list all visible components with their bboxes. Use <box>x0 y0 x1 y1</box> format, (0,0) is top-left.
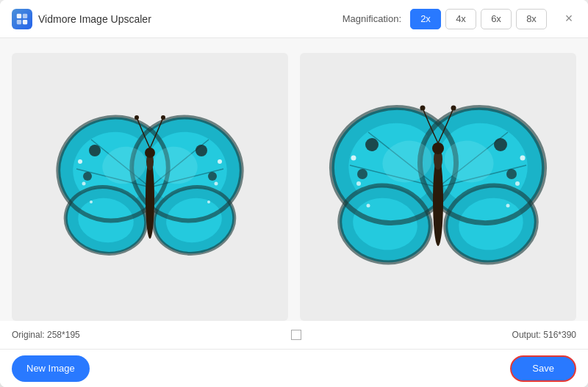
svg-point-58 <box>520 155 526 160</box>
content-area <box>0 38 588 321</box>
save-button[interactable]: Save <box>510 355 576 382</box>
magnification-label: Magnification: <box>343 13 401 24</box>
svg-point-21 <box>196 145 207 156</box>
svg-point-28 <box>90 200 93 203</box>
svg-point-54 <box>494 138 507 151</box>
svg-point-62 <box>506 203 510 207</box>
svg-point-27 <box>215 181 218 185</box>
titlebar: Vidmore Image Upscaler Magnification: 2x… <box>0 0 588 38</box>
svg-point-57 <box>351 155 356 160</box>
output-butterfly <box>300 53 576 321</box>
svg-point-25 <box>218 159 222 164</box>
svg-point-67 <box>451 105 456 110</box>
mag-8x-button[interactable]: 8x <box>516 9 547 29</box>
svg-rect-1 <box>23 13 27 18</box>
app-title: Vidmore Image Upscaler <box>38 13 151 25</box>
svg-point-34 <box>161 115 165 120</box>
info-center <box>80 330 512 340</box>
svg-point-55 <box>357 169 368 179</box>
mag-4x-button[interactable]: 4x <box>445 9 476 29</box>
svg-point-20 <box>89 145 101 156</box>
magnification-buttons: 2x 4x 6x 8x <box>410 9 547 29</box>
svg-point-61 <box>367 203 370 207</box>
original-butterfly <box>12 53 288 321</box>
svg-point-59 <box>356 181 361 186</box>
compare-checkbox[interactable] <box>291 330 301 340</box>
svg-point-65 <box>432 142 444 154</box>
new-image-button[interactable]: New Image <box>12 355 90 382</box>
svg-point-29 <box>207 200 210 203</box>
svg-point-23 <box>208 172 217 181</box>
mag-2x-button[interactable]: 2x <box>410 9 441 29</box>
app-logo <box>12 9 32 29</box>
close-button[interactable]: × <box>562 12 576 26</box>
svg-point-33 <box>135 115 139 120</box>
mag-6x-button[interactable]: 6x <box>481 9 512 29</box>
svg-rect-3 <box>23 19 27 23</box>
svg-point-22 <box>83 172 92 181</box>
footer: New Image Save <box>0 349 588 387</box>
svg-point-32 <box>145 148 155 158</box>
output-image-panel <box>300 53 576 321</box>
svg-point-26 <box>82 181 86 185</box>
app-window: Vidmore Image Upscaler Magnification: 2x… <box>0 0 588 387</box>
original-dimensions: Original: 258*195 <box>12 330 80 340</box>
original-image-panel <box>12 53 288 321</box>
svg-point-66 <box>420 105 426 110</box>
svg-rect-0 <box>17 13 21 18</box>
svg-point-53 <box>365 138 379 151</box>
svg-point-24 <box>78 159 82 164</box>
svg-point-56 <box>506 169 517 179</box>
svg-rect-2 <box>17 19 21 23</box>
output-dimensions: Output: 516*390 <box>512 330 576 340</box>
svg-point-60 <box>515 181 520 186</box>
info-bar: Original: 258*195 Output: 516*390 <box>0 321 588 349</box>
